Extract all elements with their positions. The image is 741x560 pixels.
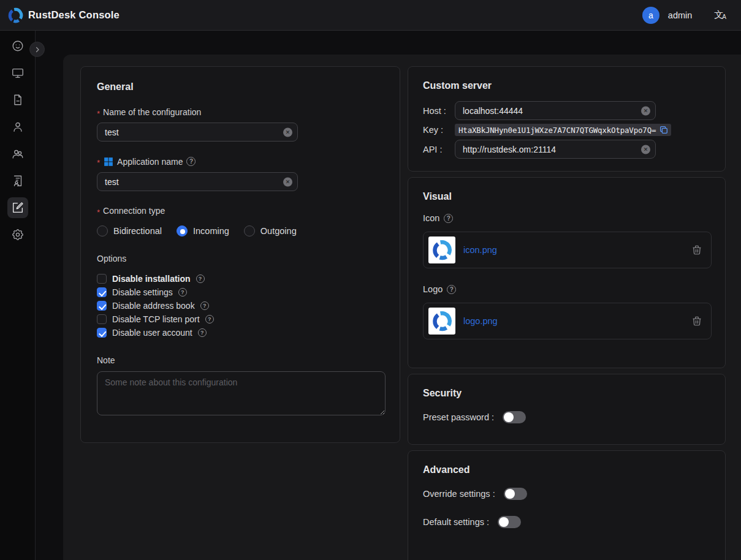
delete-logo-trash-icon[interactable] — [691, 316, 702, 327]
override-settings-toggle[interactable] — [504, 488, 527, 500]
clear-config-name-icon[interactable]: ✕ — [283, 127, 292, 137]
sidebar-item-audit[interactable] — [7, 89, 28, 110]
checkbox-disable-address-book[interactable]: Disable address book ? — [97, 299, 384, 312]
clear-host-icon[interactable]: ✕ — [641, 106, 650, 115]
sidebar-item-settings[interactable] — [7, 224, 28, 245]
copy-icon[interactable] — [659, 125, 669, 135]
help-icon[interactable]: ? — [196, 274, 205, 283]
logo-thumbnail — [428, 308, 455, 335]
checkbox-disable-user-account[interactable]: Disable user account ? — [97, 326, 384, 339]
radio-circle[interactable] — [177, 225, 188, 236]
sidebar-item-groups[interactable] — [7, 143, 28, 164]
security-title: Security — [423, 388, 710, 399]
main-content: General * Name of the configuration ✕ * … — [63, 55, 741, 560]
sidebar-expand-button[interactable] — [29, 42, 45, 57]
default-settings-toggle[interactable] — [498, 516, 521, 528]
radio-incoming[interactable]: Incoming — [177, 225, 229, 236]
checkbox-disable-settings[interactable]: Disable settings ? — [97, 286, 384, 299]
gear-icon — [11, 228, 25, 241]
visual-panel: Visual Icon ? icon.png Logo ? — [408, 177, 726, 368]
toggle-knob — [505, 489, 515, 499]
config-name-input[interactable] — [97, 123, 298, 142]
left-sidebar — [0, 31, 36, 560]
note-textarea[interactable] — [97, 371, 386, 415]
smiley-face-icon — [11, 39, 25, 53]
advanced-panel: Advanced Override settings : Default set… — [408, 450, 726, 560]
user-avatar[interactable]: a — [642, 7, 659, 24]
checkbox-box[interactable] — [97, 287, 107, 297]
icon-label: Icon ? — [423, 213, 710, 223]
preset-password-label: Preset password : — [423, 412, 494, 422]
rustdesk-logo-icon — [7, 7, 23, 23]
help-icon[interactable]: ? — [205, 315, 214, 324]
key-value: HtaXBkJNHyn0e1U1jWXze7A7CN7QTGWqxkOtpaVp… — [458, 126, 656, 135]
windows-icon — [103, 156, 113, 167]
clear-application-name-icon[interactable]: ✕ — [283, 177, 292, 186]
document-icon — [11, 93, 25, 107]
default-settings-label: Default settings : — [423, 517, 489, 527]
help-icon[interactable]: ? — [444, 214, 453, 223]
delete-icon-trash-icon[interactable] — [691, 244, 702, 255]
chevron-right-icon — [34, 46, 41, 53]
translate-icon[interactable]: 文A — [714, 9, 726, 21]
radio-circle[interactable] — [97, 225, 108, 236]
radio-bidirectional[interactable]: Bidirectional — [97, 225, 162, 236]
api-input[interactable] — [455, 140, 656, 159]
sidebar-item-dashboard[interactable] — [7, 36, 28, 56]
required-asterisk: * — [97, 109, 100, 118]
username-label[interactable]: admin — [668, 10, 693, 20]
host-label: Host : — [423, 106, 455, 116]
custom-server-panel: Custom server Host : ✕ Key : HtaXBkJNHyn… — [408, 66, 726, 172]
toggle-knob — [504, 412, 514, 422]
icon-filename-link[interactable]: icon.png — [463, 245, 497, 255]
sidebar-item-devices[interactable] — [7, 62, 28, 83]
monitor-icon — [11, 66, 25, 80]
checkbox-disable-installation[interactable]: Disable installation ? — [97, 272, 384, 286]
logo-label: Logo ? — [423, 284, 710, 294]
visual-title: Visual — [423, 191, 710, 202]
advanced-title: Advanced — [423, 464, 710, 475]
radio-outgoing[interactable]: Outgoing — [244, 225, 297, 236]
logo-filename-link[interactable]: logo.png — [463, 316, 498, 326]
host-input[interactable] — [455, 101, 656, 120]
document-user-icon — [11, 174, 25, 187]
edit-icon — [11, 201, 25, 214]
sidebar-item-address-books[interactable] — [7, 170, 28, 191]
help-icon[interactable]: ? — [186, 157, 196, 166]
sidebar-item-custom-clients[interactable] — [7, 197, 28, 218]
note-label: Note — [97, 355, 384, 365]
required-asterisk: * — [97, 158, 100, 167]
toggle-knob — [499, 517, 509, 527]
key-value-box: HtaXBkJNHyn0e1U1jWXze7A7CN7QTGWqxkOtpaVp… — [455, 124, 671, 136]
override-settings-label: Override settings : — [423, 489, 495, 499]
clear-api-icon[interactable]: ✕ — [641, 145, 650, 154]
preset-password-toggle[interactable] — [503, 411, 526, 423]
help-icon[interactable]: ? — [198, 328, 207, 337]
connection-type-group: Bidirectional Incoming Outgoing — [97, 225, 384, 236]
user-group-icon — [11, 147, 25, 161]
application-name-label: * Application name ? — [97, 156, 384, 167]
radio-circle[interactable] — [244, 225, 255, 236]
checkbox-box[interactable] — [97, 328, 107, 338]
sidebar-item-users[interactable] — [7, 116, 28, 137]
checkbox-disable-tcp-listen-port[interactable]: Disable TCP listen port ? — [97, 312, 384, 326]
app-title: RustDesk Console — [28, 9, 120, 21]
checkbox-box[interactable] — [97, 274, 107, 284]
icon-thumbnail — [428, 236, 455, 263]
logo-file-row: logo.png — [423, 303, 712, 339]
checkbox-box[interactable] — [97, 301, 107, 311]
config-name-label: * Name of the configuration — [97, 107, 384, 117]
checkbox-box[interactable] — [97, 314, 107, 324]
application-name-input[interactable] — [97, 172, 298, 191]
required-asterisk: * — [97, 208, 100, 217]
top-header-bar: RustDesk Console a admin 文A — [0, 0, 741, 31]
help-icon[interactable]: ? — [178, 288, 187, 297]
help-icon[interactable]: ? — [200, 301, 209, 310]
api-label: API : — [423, 145, 455, 154]
custom-server-title: Custom server — [423, 80, 710, 91]
help-icon[interactable]: ? — [447, 285, 456, 294]
rustdesk-console-app: RustDesk Console a admin 文A — [0, 0, 741, 560]
general-panel: General * Name of the configuration ✕ * … — [80, 66, 400, 443]
security-panel: Security Preset password : — [408, 374, 726, 445]
user-icon — [11, 120, 25, 134]
